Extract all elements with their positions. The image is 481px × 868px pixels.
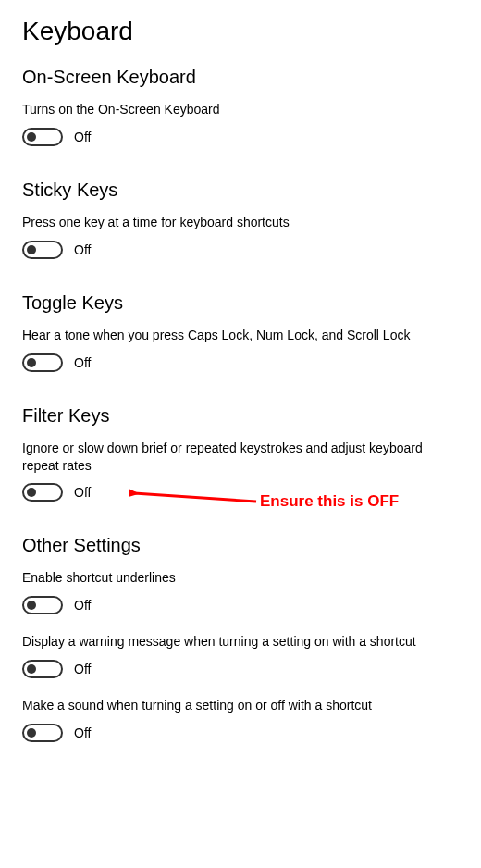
sound-on-toggle[interactable] [22,724,63,742]
other-1-desc: Display a warning message when turning a… [22,633,459,651]
osk-toggle-state: Off [74,130,91,144]
section-filter-keys: Filter Keys Ignore or slow down brief or… [22,405,459,502]
sticky-toggle-state: Off [74,242,91,257]
filter-desc: Ignore or slow down brief or repeated ke… [22,440,459,475]
other-0-desc: Enable shortcut underlines [22,569,459,587]
other-2-desc: Make a sound when turning a setting on o… [22,697,459,714]
osk-toggle[interactable] [22,128,63,146]
other-heading: Other Settings [22,535,459,556]
toggle-desc: Hear a tone when you press Caps Lock, Nu… [22,327,459,344]
other-2-state: Off [74,725,91,740]
sticky-keys-toggle[interactable] [22,241,63,259]
warning-message-toggle[interactable] [22,660,63,678]
shortcut-underlines-toggle[interactable] [22,596,63,614]
toggle-toggle-state: Off [74,355,91,370]
filter-keys-toggle[interactable] [22,483,63,502]
filter-heading: Filter Keys [22,405,459,427]
section-other-settings: Other Settings Enable shortcut underline… [22,535,459,742]
page-title: Keyboard [22,17,459,46]
sticky-desc: Press one key at a time for keyboard sho… [22,214,459,231]
sticky-heading: Sticky Keys [22,180,459,201]
osk-desc: Turns on the On-Screen Keyboard [22,101,459,118]
section-on-screen-keyboard: On-Screen Keyboard Turns on the On-Scree… [22,67,459,146]
section-sticky-keys: Sticky Keys Press one key at a time for … [22,180,459,259]
other-0-state: Off [74,598,91,613]
section-toggle-keys: Toggle Keys Hear a tone when you press C… [22,292,459,372]
osk-heading: On-Screen Keyboard [22,67,459,88]
other-1-state: Off [74,662,91,676]
toggle-heading: Toggle Keys [22,292,459,314]
filter-toggle-state: Off [74,485,91,500]
toggle-keys-toggle[interactable] [22,353,63,372]
